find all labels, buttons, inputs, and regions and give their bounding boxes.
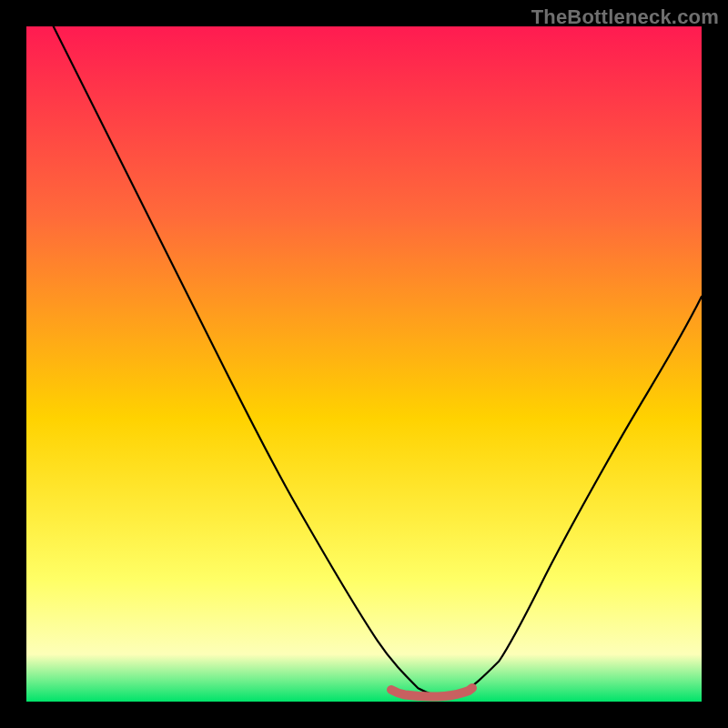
gradient-background bbox=[26, 26, 702, 702]
chart-frame: TheBottleneck.com bbox=[0, 0, 728, 728]
plot-area bbox=[26, 26, 702, 702]
chart-svg bbox=[26, 26, 702, 702]
watermark-text: TheBottleneck.com bbox=[531, 5, 719, 29]
